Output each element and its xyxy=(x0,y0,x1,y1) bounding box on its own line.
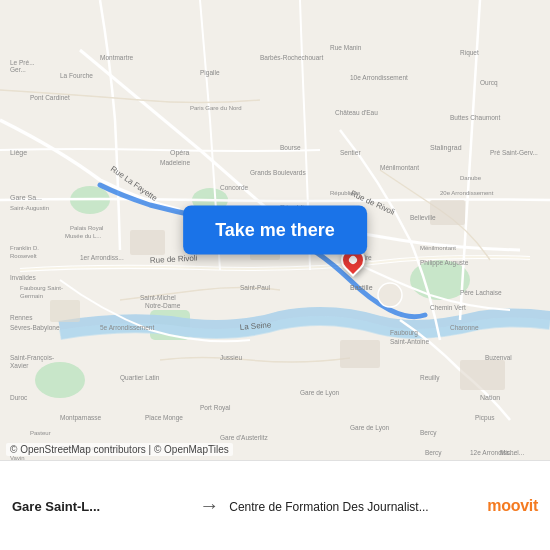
svg-text:Riquet: Riquet xyxy=(460,49,479,57)
moovit-logo-text: moovit xyxy=(487,497,538,515)
svg-text:Franklin D.: Franklin D. xyxy=(10,245,39,251)
svg-text:Notre-Dame: Notre-Dame xyxy=(145,302,181,309)
svg-text:Gare d'Austerlitz: Gare d'Austerlitz xyxy=(220,434,269,441)
svg-text:Musée du L...: Musée du L... xyxy=(65,233,102,239)
svg-text:Saint-Antoine: Saint-Antoine xyxy=(390,338,429,345)
svg-text:Reuilly: Reuilly xyxy=(420,374,440,382)
svg-text:Paris Gare du Nord: Paris Gare du Nord xyxy=(190,105,242,111)
svg-text:Xavier: Xavier xyxy=(10,362,29,369)
svg-text:Saint-Augustin: Saint-Augustin xyxy=(10,205,49,211)
svg-text:Grands Boulevards: Grands Boulevards xyxy=(250,169,306,176)
svg-point-6 xyxy=(378,283,402,307)
svg-text:Saint-Michel: Saint-Michel xyxy=(140,294,176,301)
map-copyright: © OpenStreetMap contributors | © OpenMap… xyxy=(6,443,233,456)
svg-text:Faubourg Saint-: Faubourg Saint- xyxy=(20,285,63,291)
svg-text:Bercy: Bercy xyxy=(425,449,442,457)
svg-text:Gare de Lyon: Gare de Lyon xyxy=(300,389,340,397)
svg-text:Gare de Lyon: Gare de Lyon xyxy=(350,424,390,432)
svg-text:Sentier: Sentier xyxy=(340,149,361,156)
svg-text:Place Monge: Place Monge xyxy=(145,414,183,422)
svg-text:Bercy: Bercy xyxy=(420,429,437,437)
svg-text:Ménilmontant: Ménilmontant xyxy=(380,164,419,171)
svg-text:Ourcq: Ourcq xyxy=(480,79,498,87)
svg-text:10e Arrondissement: 10e Arrondissement xyxy=(350,74,408,81)
svg-text:Philippe Auguste: Philippe Auguste xyxy=(420,259,469,267)
svg-text:Invalides: Invalides xyxy=(10,274,36,281)
svg-text:Danube: Danube xyxy=(460,175,482,181)
svg-rect-10 xyxy=(50,300,80,322)
svg-text:Picpus: Picpus xyxy=(475,414,495,422)
take-me-there-button[interactable]: Take me there xyxy=(183,206,367,255)
svg-text:Père Lachaise: Père Lachaise xyxy=(460,289,502,296)
svg-text:Chemin Vert: Chemin Vert xyxy=(430,304,466,311)
svg-text:Ger...: Ger... xyxy=(10,66,26,73)
svg-text:Stalingrad: Stalingrad xyxy=(430,144,462,152)
svg-text:Port Royal: Port Royal xyxy=(200,404,231,412)
svg-text:Pont Cardinet: Pont Cardinet xyxy=(30,94,70,101)
footer-destination: Centre de Formation Des Journalist... xyxy=(229,497,477,515)
footer-origin: Gare Saint-L... xyxy=(12,497,189,515)
svg-rect-12 xyxy=(460,360,505,390)
svg-text:20e Arrondissement: 20e Arrondissement xyxy=(440,190,494,196)
svg-text:Charonne: Charonne xyxy=(450,324,479,331)
destination-label: Centre de Formation Des Journalist... xyxy=(229,500,428,514)
svg-point-2 xyxy=(35,362,85,398)
svg-text:Château d'Eau: Château d'Eau xyxy=(335,109,378,116)
svg-text:Quartier Latin: Quartier Latin xyxy=(120,374,160,382)
moovit-logo: moovit xyxy=(487,497,538,515)
svg-text:Pré Saint-Gerv...: Pré Saint-Gerv... xyxy=(490,149,538,156)
svg-text:Duroc: Duroc xyxy=(10,394,28,401)
svg-text:Opéra: Opéra xyxy=(170,149,190,157)
svg-text:Rennes: Rennes xyxy=(10,314,33,321)
svg-text:Bastille: Bastille xyxy=(350,284,373,291)
svg-text:Sèvres-Babylone: Sèvres-Babylone xyxy=(10,324,60,332)
svg-text:12e Arrondiss...: 12e Arrondiss... xyxy=(470,449,515,456)
svg-text:Saint-François-: Saint-François- xyxy=(10,354,54,362)
svg-text:Montmartre: Montmartre xyxy=(100,54,134,61)
svg-text:Barbès-Rochechouart: Barbès-Rochechouart xyxy=(260,54,323,61)
svg-text:Rue Manin: Rue Manin xyxy=(330,44,362,51)
svg-text:Madeleine: Madeleine xyxy=(160,159,190,166)
svg-text:Buzenval: Buzenval xyxy=(485,354,512,361)
footer-arrow-icon: → xyxy=(199,494,219,517)
svg-rect-7 xyxy=(130,230,165,255)
svg-text:Le Pré...: Le Pré... xyxy=(10,59,35,66)
svg-rect-11 xyxy=(340,340,380,368)
origin-label: Gare Saint-L... xyxy=(12,499,100,514)
svg-text:République: République xyxy=(330,190,361,196)
svg-text:La Fourche: La Fourche xyxy=(60,72,93,79)
footer: Gare Saint-L... → Centre de Formation De… xyxy=(0,460,550,550)
svg-text:5e Arrondissement: 5e Arrondissement xyxy=(100,324,154,331)
svg-text:Gare Sa...: Gare Sa... xyxy=(10,194,42,201)
svg-text:Bourse: Bourse xyxy=(280,144,301,151)
svg-text:Palais Royal: Palais Royal xyxy=(70,225,103,231)
map-container: Rue de Rivoli Rue La Fayette La Seine Ru… xyxy=(0,0,550,460)
svg-text:Montparnasse: Montparnasse xyxy=(60,414,102,422)
svg-text:Nation: Nation xyxy=(480,394,500,401)
svg-text:Germain: Germain xyxy=(20,293,43,299)
svg-text:Pigalle: Pigalle xyxy=(200,69,220,77)
svg-text:Liège: Liège xyxy=(10,149,27,157)
svg-text:Ménilmontant: Ménilmontant xyxy=(420,245,456,251)
svg-text:Roosevelt: Roosevelt xyxy=(10,253,37,259)
svg-text:Pasteur: Pasteur xyxy=(30,430,51,436)
svg-text:Belleville: Belleville xyxy=(410,214,436,221)
svg-rect-9 xyxy=(430,200,465,225)
svg-text:Saint-Paul: Saint-Paul xyxy=(240,284,271,291)
svg-text:Faubourg: Faubourg xyxy=(390,329,418,337)
svg-text:Jussieu: Jussieu xyxy=(220,354,242,361)
svg-text:Buttes Chaumont: Buttes Chaumont xyxy=(450,114,500,121)
svg-text:Concorde: Concorde xyxy=(220,184,249,191)
svg-text:1er Arrondiss...: 1er Arrondiss... xyxy=(80,254,124,261)
